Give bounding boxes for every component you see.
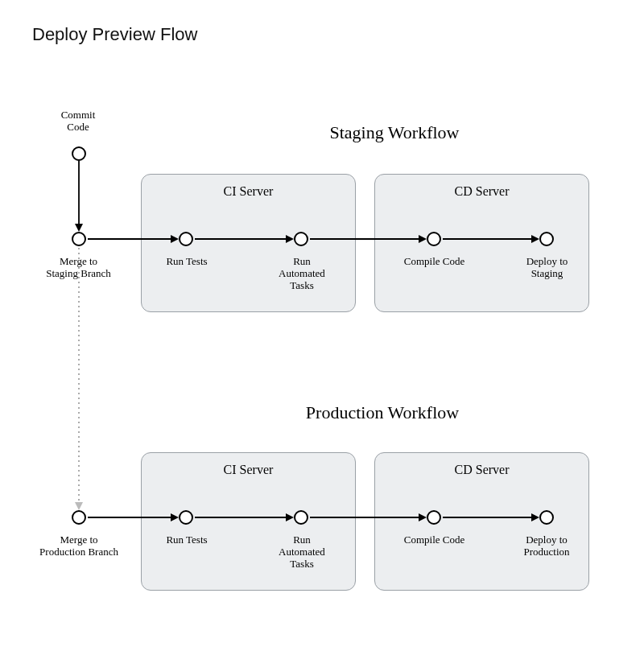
svg-marker-13	[171, 513, 179, 521]
svg-marker-11	[75, 502, 83, 510]
svg-marker-3	[171, 235, 179, 243]
svg-marker-5	[286, 235, 294, 243]
svg-marker-17	[419, 513, 427, 521]
svg-marker-9	[531, 235, 539, 243]
arrows-layer	[0, 0, 644, 651]
svg-marker-7	[419, 235, 427, 243]
svg-marker-19	[531, 513, 539, 521]
svg-marker-15	[286, 513, 294, 521]
svg-marker-1	[75, 224, 83, 232]
